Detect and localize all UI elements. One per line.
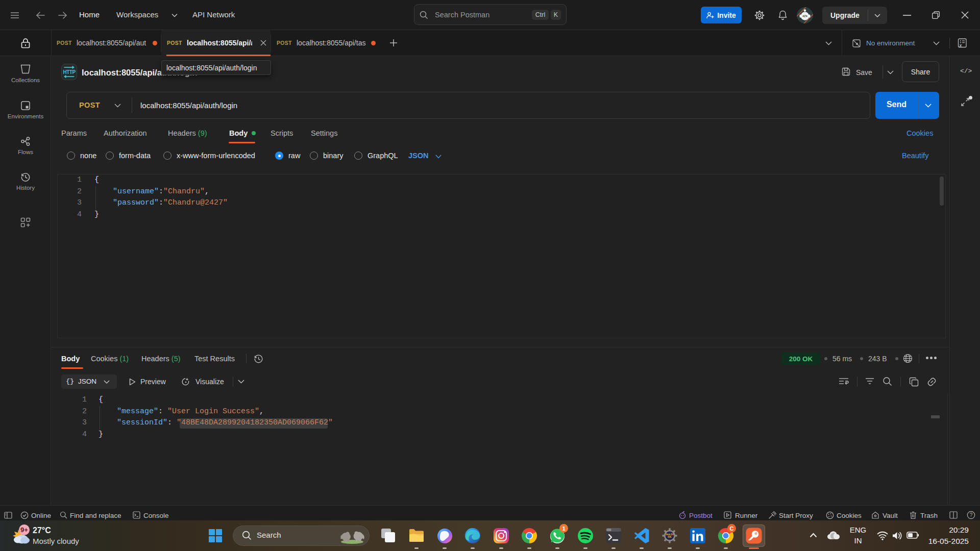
svg-text:IDE: IDE: [668, 536, 672, 538]
svg-text:HTTP: HTTP: [63, 69, 76, 75]
svg-text:?: ?: [970, 512, 973, 518]
svg-text:Java EE: Java EE: [665, 533, 674, 536]
svg-text:</>: </>: [802, 14, 807, 18]
